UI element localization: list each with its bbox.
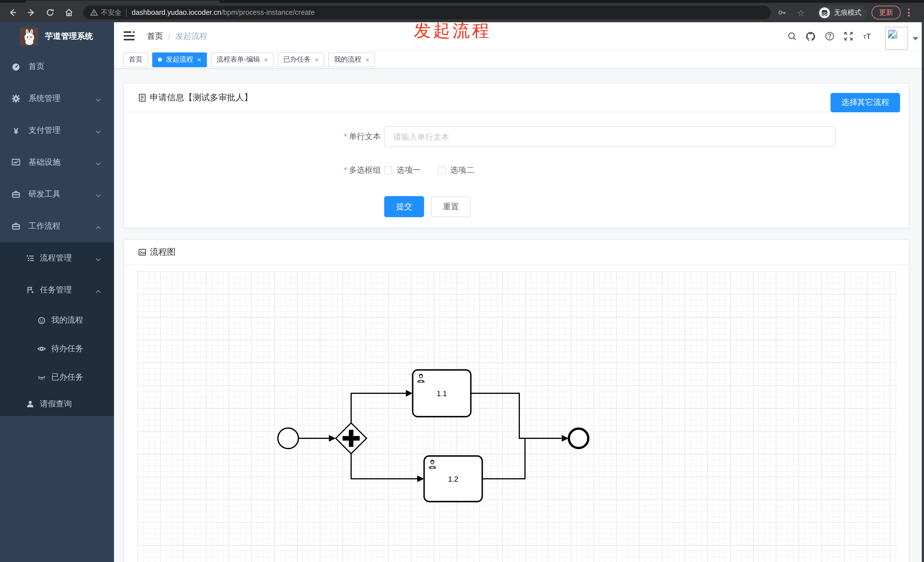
reset-button[interactable]: 重置 <box>431 196 471 217</box>
navbar: 首页 / 发起流程 TT <box>114 22 924 50</box>
url-host[interactable]: dashboard.yudao.iocoder.cn <box>132 9 221 16</box>
reload-icon <box>46 8 55 17</box>
submit-button[interactable]: 提交 <box>384 196 424 217</box>
choose-other-process-button[interactable]: 选择其它流程 <box>831 93 900 112</box>
bpmn-start-event[interactable] <box>278 428 298 448</box>
flow-task2-to-end[interactable] <box>482 438 525 479</box>
checkbox-label: 选项一 <box>397 165 421 175</box>
fullscreen-icon <box>843 31 853 41</box>
avatar-caret-icon[interactable] <box>913 37 918 43</box>
task-label: 1.2 <box>448 475 458 483</box>
sidebar-item-devtools[interactable]: 研发工具 <box>0 178 114 210</box>
checkbox-label: 选项二 <box>450 165 474 175</box>
back-icon <box>8 8 17 17</box>
sidebar-item-payment[interactable]: ¥ 支付管理 <box>0 115 114 147</box>
collapse-sidebar-button[interactable] <box>124 31 135 41</box>
sidebar-item-label: 研发工具 <box>28 189 60 199</box>
tab-close-icon[interactable]: × <box>197 56 201 63</box>
back-button[interactable] <box>6 6 20 19</box>
navbar-actions: TT <box>787 22 924 50</box>
sidebar-item-leave-query[interactable]: 请假查询 <box>0 391 114 416</box>
tab-close-icon[interactable]: × <box>365 56 369 63</box>
help-button[interactable] <box>824 31 834 41</box>
font-size-button[interactable]: TT <box>862 31 872 41</box>
tab-close-icon[interactable]: × <box>315 56 319 63</box>
url-separator <box>126 9 126 16</box>
chevron-up-icon <box>95 223 102 229</box>
page-content: 申请信息【测试多审批人】 选择其它流程 *单行文本 *多选框组 选项一 <box>114 69 924 562</box>
checkbox-icon[interactable] <box>384 166 392 174</box>
url-bar[interactable]: 不安全 dashboard.yudao.iocoder.cn /bpm/proc… <box>83 6 771 19</box>
reload-button[interactable] <box>44 6 57 19</box>
apply-info-card: 申请信息【测试多审批人】 选择其它流程 *单行文本 *多选框组 选项一 <box>124 83 909 228</box>
breadcrumb-home[interactable]: 首页 <box>147 31 163 41</box>
sidebar-item-home[interactable]: 首页 <box>0 51 114 82</box>
sidebar-item-my-process[interactable]: 我的流程 <box>0 306 114 334</box>
search-button[interactable] <box>787 31 797 41</box>
sidebar-item-label: 已办任务 <box>51 372 83 382</box>
fullscreen-button[interactable] <box>843 31 854 41</box>
home-button[interactable] <box>62 6 76 19</box>
chrome-menu-button[interactable] <box>904 6 913 19</box>
sidebar-item-label: 请假查询 <box>40 399 72 409</box>
yen-icon: ¥ <box>11 126 21 135</box>
url-path[interactable]: /bpm/process-instance/create <box>221 9 315 16</box>
sidebar-item-done-tasks[interactable]: 已办任务 <box>0 363 114 391</box>
bpmn-canvas[interactable]: 1.1 1.2 <box>137 271 897 562</box>
not-secure-warning-icon <box>90 9 98 16</box>
sidebar-item-infrastructure[interactable]: 基础设施 <box>0 147 114 178</box>
bpmn-user-task-1-2[interactable]: 1.2 <box>424 456 482 502</box>
sidebar-item-label: 任务管理 <box>40 285 72 295</box>
bpmn-user-task-1-1[interactable]: 1.1 <box>413 370 471 417</box>
sidebar-item-process-mgmt[interactable]: 流程管理 <box>0 242 114 274</box>
task-label: 1.1 <box>436 389 447 398</box>
required-mark: * <box>344 132 347 141</box>
flow-gateway-to-task1[interactable] <box>351 393 406 423</box>
main-area: 首页 / 发起流程 TT 首页 <box>114 22 924 562</box>
bpmn-end-event[interactable] <box>569 429 588 448</box>
bpmn-parallel-gateway[interactable] <box>336 423 366 454</box>
person-icon <box>26 399 35 408</box>
flow-task1-to-end[interactable] <box>471 393 561 438</box>
key-icon <box>777 8 787 17</box>
apply-info-title: 申请信息【测试多审批人】 <box>150 92 252 103</box>
sidebar-item-todo-tasks[interactable]: 待办任务 <box>0 334 114 363</box>
tab-home[interactable]: 首页 <box>123 52 148 67</box>
sidebar-item-workflow[interactable]: 工作流程 <box>0 210 114 242</box>
workflow-submenu: 流程管理 任务管理 我的流程 待办任务 <box>0 242 114 416</box>
breadcrumb-separator: / <box>168 31 170 41</box>
single-line-text-input[interactable] <box>384 126 836 147</box>
sidebar: 芋道管理系统 首页 系统管理 ¥ 支付管理 <box>0 22 114 562</box>
tab-close-icon[interactable]: × <box>264 56 268 63</box>
sidebar-item-label: 基础设施 <box>28 157 60 168</box>
bookmark-star-button[interactable]: ☆ <box>794 6 808 19</box>
tab-done-tasks[interactable]: 已办任务 × <box>278 52 324 67</box>
menu-dot <box>908 9 909 10</box>
question-circle-icon <box>825 31 834 41</box>
github-button[interactable] <box>806 31 816 41</box>
toolbox-icon <box>11 190 21 199</box>
sidebar-item-system[interactable]: 系统管理 <box>0 82 114 115</box>
chrome-update-button[interactable]: 更新 <box>872 6 901 19</box>
checkbox-option-1[interactable]: 选项一 <box>384 165 421 175</box>
flow-gateway-to-task2[interactable] <box>351 454 417 479</box>
forward-button[interactable] <box>24 6 38 19</box>
sidebar-item-task-mgmt[interactable]: 任务管理 <box>0 274 114 306</box>
update-label: 更新 <box>879 8 893 17</box>
sidebar-item-label: 系统管理 <box>28 93 60 104</box>
sidebar-logo[interactable]: 芋道管理系统 <box>0 22 114 51</box>
robot-face-icon <box>37 316 46 325</box>
browser-active-tab[interactable] <box>25 1 220 3</box>
security-label[interactable]: 不安全 <box>101 8 122 17</box>
logo-rabbit-image <box>20 27 38 46</box>
checkbox-option-2[interactable]: 选项二 <box>438 165 474 175</box>
checkbox-icon[interactable] <box>438 166 446 174</box>
tab-process-form-edit[interactable]: 流程表单-编辑 × <box>211 52 274 67</box>
window-scrollbar-track[interactable] <box>922 22 924 562</box>
tab-my-process[interactable]: 我的流程 × <box>328 52 375 67</box>
tab-start-process[interactable]: 发起流程 × <box>152 52 207 67</box>
avatar[interactable] <box>885 27 908 49</box>
incognito-icon <box>819 7 830 18</box>
font-size-icon: TT <box>863 32 871 40</box>
password-key-button[interactable] <box>775 6 789 19</box>
